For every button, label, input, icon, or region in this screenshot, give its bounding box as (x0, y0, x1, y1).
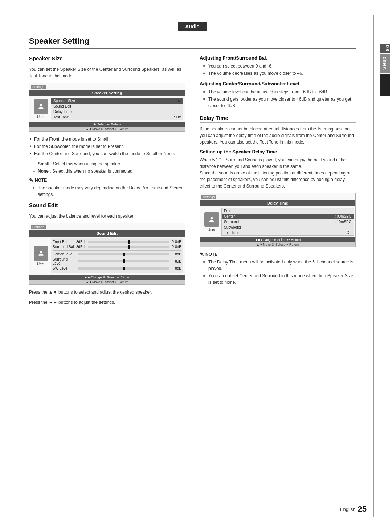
speaker-setting-screen: Settings Speaker Setting (29, 83, 185, 132)
setting-up-body: When 5.1CH Surround Sound is played, you… (200, 157, 356, 189)
se-nav-bar: ▲▼Move ⊕ Select ↩ Return (29, 280, 185, 284)
dt-row-center: Center : 00mSEC (222, 214, 354, 219)
note-item: The sound gets louder as you move closer… (203, 96, 356, 109)
screen-left: User (31, 98, 51, 120)
se-inner: User Front Bal. 8dB L R (29, 237, 185, 275)
screen-inner: User Speaker Size ▶ Sound Edit (29, 96, 185, 122)
setting-up-heading: Setting up the Speaker Delay Time (200, 149, 356, 154)
chapter-number: 03 (380, 44, 390, 53)
se-bar-sw (78, 267, 169, 270)
user-icon-box (34, 99, 48, 114)
svg-point-0 (40, 104, 42, 106)
adjusting-front-section: Adjusting Front/Surround Bal. You can se… (200, 55, 356, 77)
dt-screen-inner: User Front Center : 00mSEC (200, 206, 355, 237)
screen-menu: Speaker Size ▶ Sound Edit Delay Time (51, 98, 183, 120)
se-menu: Front Bal. 8dB L R 8dB Surround Bal (51, 238, 183, 273)
se-user-icon-box (34, 246, 48, 261)
se-bar-surround-level (78, 260, 169, 262)
dt-footer: ◄►Change ⊕ Select ↩ Return (200, 237, 355, 242)
settings-label-dt: Settings (201, 195, 216, 199)
delay-time-screen: Settings Delay Time (200, 193, 356, 247)
right-column: Adjusting Front/Surround Bal. You can se… (200, 55, 356, 309)
se-row-front-bal: Front Bal. 8dB L R 8dB (53, 240, 181, 244)
se-left: User (31, 238, 51, 273)
sound-edit-section: Sound Edit You can adjust the balance an… (29, 202, 185, 306)
delay-time-body: If the speakers cannot be placed at equa… (200, 126, 356, 145)
bullet-item: For the Front, the mode is set to Small. (29, 136, 185, 142)
note-list: The speaker mode may vary depending on t… (33, 185, 185, 198)
menu-item-speaker-size: Speaker Size ▶ (51, 98, 183, 104)
dt-row-front: Front (222, 208, 354, 214)
sub-bullet-item: None : Select this when no speaker is co… (33, 168, 185, 174)
se-footer: ◄►Change ⊕ Select ↩ Return (29, 275, 185, 280)
sound-edit-body: You can adjust the balance and level for… (29, 213, 185, 219)
note-item: The Delay Time menu will be activated on… (203, 259, 356, 272)
speaker-size-heading: Speaker Size (29, 55, 185, 63)
se-bar-front (88, 241, 169, 243)
press-text-2: Press the ◄► buttons to adjust the setti… (29, 299, 185, 306)
bullet-item: For the Center and Surround, you can swi… (29, 150, 185, 157)
main-content: Audio Speaker Setting Speaker Size You c… (0, 0, 392, 532)
border-right (373, 15, 374, 517)
adjusting-front-list: You can select between 0 and -6. The vol… (203, 63, 356, 77)
svg-point-1 (40, 251, 42, 253)
se-row-surround-level: Surround Level 8dB (53, 257, 181, 265)
audio-banner: Audio (178, 22, 207, 31)
note-item: The speaker mode may vary depending on t… (33, 185, 185, 198)
sub-bullet-item: Small : Select this when using the speak… (33, 161, 185, 167)
sound-edit-screen: Settings Sound Edit (29, 223, 185, 285)
se-marker-surround-level (123, 259, 125, 263)
se-row-surround-bal: Surround Bal. 8dB L R 8dB (53, 245, 181, 249)
adjusting-center-heading: Adjusting Center/Surround/Subwoofer Leve… (200, 81, 356, 86)
dt-note-list: The Delay Time menu will be activated on… (203, 259, 356, 286)
page-number: 25 (358, 504, 367, 514)
delay-time-note: ✎ NOTE The Delay Time menu will be activ… (200, 251, 356, 286)
side-tab: 03 Setup (378, 44, 392, 96)
se-bar-surround-bal (88, 246, 169, 248)
dt-user-icon-box (204, 212, 219, 227)
press-text-1: Press the ▲▼ buttons to select and adjus… (29, 289, 185, 295)
chapter-label: Setup (380, 54, 390, 73)
bullet-item: For the Subwoofer, the mode is set to Pr… (29, 143, 185, 150)
two-col-layout: Speaker Size You can set the Speaker Siz… (29, 55, 356, 309)
dt-row-test-tone: Test Tone : Off (222, 230, 354, 235)
screen-title: Speaker Setting (29, 90, 185, 96)
adjusting-front-heading: Adjusting Front/Surround Bal. (200, 55, 356, 61)
note-item: You can select between 0 and -6. (203, 63, 356, 69)
sound-edit-heading: Sound Edit (29, 202, 185, 210)
delay-time-heading: Delay Time (200, 115, 356, 123)
border-top (22, 15, 374, 15)
dt-menu: Front Center : 00mSEC Surround : 10mSEC (221, 208, 354, 236)
left-column: Speaker Size You can set the Speaker Siz… (29, 55, 185, 309)
se-user-icon (37, 250, 45, 257)
side-black-bar (380, 74, 390, 96)
note-item: You can not set Center and Surround in t… (203, 273, 356, 286)
sound-edit-screen-title: Sound Edit (29, 230, 185, 237)
dt-screen-left: User (201, 208, 221, 236)
pencil-icon: ✎ (29, 177, 33, 183)
dt-row-subwoofer: Subwoofer (222, 225, 354, 230)
page-footer: English 25 (0, 504, 374, 514)
menu-item-sound-edit: Sound Edit (51, 104, 183, 109)
speaker-size-bullets: For the Front, the mode is set to Small.… (29, 136, 185, 157)
speaker-size-sub-bullets: Small : Select this when using the speak… (33, 161, 185, 174)
se-marker-front (128, 240, 130, 244)
dt-user-icon (208, 216, 215, 223)
settings-label: Settings (31, 85, 46, 89)
dt-nav-bar: ▲▼Move ⊕ Select ↩ Return (200, 242, 355, 247)
note-item: The volume level can be adjusted in step… (203, 89, 356, 95)
screen-nav-bar: ▲▼Move ⊕ Select ↩ Return (29, 127, 185, 131)
menu-item-test-tone: Test Tone : Off (51, 114, 183, 120)
se-bar-center (78, 253, 169, 255)
se-divider (53, 250, 181, 251)
screen-footer: ⊕ Select ↩ Return (29, 122, 185, 127)
se-marker-center (123, 253, 125, 256)
user-icon (37, 103, 45, 110)
dt-row-surround: Surround : 10mSEC (222, 219, 354, 225)
menu-item-delay-time: Delay Time (51, 109, 183, 114)
main-title: Speaker Setting (29, 36, 356, 49)
language-label: English (340, 507, 356, 512)
border-left (22, 15, 22, 517)
se-row-center-level: Center Level 8dB (53, 252, 181, 256)
adjusting-center-list: The volume level can be adjusted in step… (203, 89, 356, 109)
